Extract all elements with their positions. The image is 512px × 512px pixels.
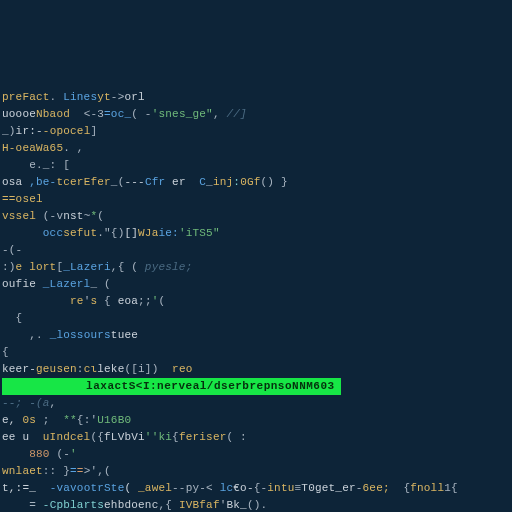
token-cm: //] <box>220 108 247 120</box>
code-editor[interactable]: preFact. Linesyt->orluoooeNbaod <-3=oc_(… <box>0 85 512 512</box>
code-line[interactable]: preFact. Linesyt->orl <box>0 89 512 106</box>
token-var: ir:- <box>16 125 43 137</box>
token-kw: ie: <box>158 227 178 239</box>
token-var: Bk_ <box>227 499 247 511</box>
token-fn: s <box>90 295 104 307</box>
token-kw: -vavootrSte <box>50 482 125 494</box>
code-line[interactable]: { <box>0 344 512 361</box>
token-fn: cι <box>84 363 98 375</box>
token-op: --py-< <box>172 482 220 494</box>
token-var: --- <box>124 176 144 188</box>
token-var: t,:=_ <box>2 482 36 494</box>
code-line[interactable]: oufie _Lazerl_ ( <box>0 276 512 293</box>
code-line[interactable]: e, 0s ; **{:'U16B0 <box>0 412 512 429</box>
code-line[interactable]: _)ir:--opocel] <box>0 123 512 140</box>
token-str: ' <box>70 448 77 460</box>
token-cm: --; -(a <box>2 397 50 409</box>
token-op: ( <box>97 210 104 222</box>
token-kw: Cfr <box>145 176 165 188</box>
code-line[interactable]: vssel (-vnst~*( <box>0 208 512 225</box>
token-var: T0get_er <box>301 482 355 494</box>
token-kw: _lossours <box>50 329 111 341</box>
token-fn: sefut <box>63 227 97 239</box>
code-line[interactable]: ee u uIndcel({fLVbVi''ki{feriser( : <box>0 429 512 446</box>
code-line[interactable]: -(- <box>0 242 512 259</box>
code-line[interactable]: uoooeNbaod <-3=oc_( -'snes_ge", //] <box>0 106 512 123</box>
code-line[interactable]: ,. _lossourstuee <box>0 327 512 344</box>
token-op: ( <box>124 261 138 273</box>
token-str: ' <box>152 295 159 307</box>
token-op: ." <box>97 227 111 239</box>
code-line[interactable]: { <box>0 310 512 327</box>
code-line[interactable]: ==osel <box>0 191 512 208</box>
token-var: ehbdoenc <box>104 499 158 511</box>
code-line[interactable]: re's { eoa;;'( <box>0 293 512 310</box>
code-line[interactable]: keer-geusen:cιleke([i]) reo <box>0 361 512 378</box>
code-line[interactable]: wnlaet:: }==>',( <box>0 463 512 480</box>
token-fn: ==osel <box>2 193 43 205</box>
token-op: <-3 <box>70 108 104 120</box>
token-kw: _Lazeri <box>63 261 111 273</box>
token-var: uoooe <box>2 108 36 120</box>
token-var: €o- <box>233 482 253 494</box>
token-op: { <box>16 312 23 324</box>
token-op: ( : <box>227 431 247 443</box>
code-line[interactable]: = -Cpblartsehbdoenc,{ IVBfaf'Bk_(). <box>0 497 512 512</box>
token-var: er <box>165 176 199 188</box>
token-str: ** <box>63 414 77 426</box>
token-op: ;; <box>138 295 152 307</box>
code-line[interactable]: osa ,be-tcerEfer_(---Cfr er C_inj:0Gf() … <box>0 174 512 191</box>
code-line[interactable]: laxactS<I:nerveal/dserbrepnsoNNM603 <box>0 378 512 395</box>
token-op: -(- <box>2 244 22 256</box>
code-line[interactable]: H-oeaWa65. , <box>0 140 512 157</box>
token-op: >',( <box>84 465 111 477</box>
token-op: ,{ <box>111 261 125 273</box>
token-op: : <box>77 363 84 375</box>
code-line[interactable]: --; -(a, <box>0 395 512 412</box>
token-var: [] <box>124 227 138 239</box>
token-op: { <box>172 431 179 443</box>
token-kw: Lines <box>63 91 97 103</box>
token-op: { <box>2 346 9 358</box>
code-line[interactable]: t,:=_ -vavootrSte( _awel--py-< lc€o-{-in… <box>0 480 512 497</box>
token-op: . , <box>63 142 83 154</box>
token-op: ,. <box>29 329 49 341</box>
token-fn: vssel <box>2 210 36 222</box>
token-op: _ <box>206 176 213 188</box>
token-kw: lc <box>220 482 234 494</box>
token-op: {) <box>111 227 125 239</box>
token-op: { <box>390 482 410 494</box>
token-op: ] <box>90 125 97 137</box>
token-cm: pyesle; <box>138 261 192 273</box>
token-op: {: <box>77 414 91 426</box>
token-op: { <box>104 295 111 307</box>
code-line[interactable]: occsefut."{)[]WJaie:'iTS5" <box>0 225 512 242</box>
token-fn: _awel <box>138 482 172 494</box>
token-fn: preFact <box>2 91 50 103</box>
token-var: osa <box>2 176 29 188</box>
token-var: leke <box>97 363 124 375</box>
code-line[interactable]: :)e lort[_Lazeri,{ ( pyesle; <box>0 259 512 276</box>
token-op: (-v <box>36 210 63 222</box>
token-var: e, <box>2 414 22 426</box>
token-fn: -opocel <box>43 125 91 137</box>
token-op: ([i]) <box>124 363 172 375</box>
token-op: [ <box>63 159 70 171</box>
token-op: ( - <box>131 108 151 120</box>
code-line[interactable]: 880 (-' <box>0 446 512 463</box>
code-line[interactable]: e._: [ <box>0 157 512 174</box>
token-var: fLVbVi <box>104 431 145 443</box>
token-kw: _Lazerl <box>43 278 91 290</box>
token-fn: reo <box>172 363 192 375</box>
token-op <box>36 482 50 494</box>
token-op: -> <box>111 91 125 103</box>
token-type: -Cpblarts <box>43 499 104 511</box>
token-fn: inj <box>213 176 233 188</box>
token-fn: e lort <box>16 261 57 273</box>
token-var: keer- <box>2 363 36 375</box>
token-kw: occ <box>43 227 63 239</box>
token-fn: 0s <box>22 414 36 426</box>
token-num: 880 <box>29 448 49 460</box>
token-fn: uIndcel <box>43 431 91 443</box>
token-str: 'iTS5" <box>179 227 220 239</box>
